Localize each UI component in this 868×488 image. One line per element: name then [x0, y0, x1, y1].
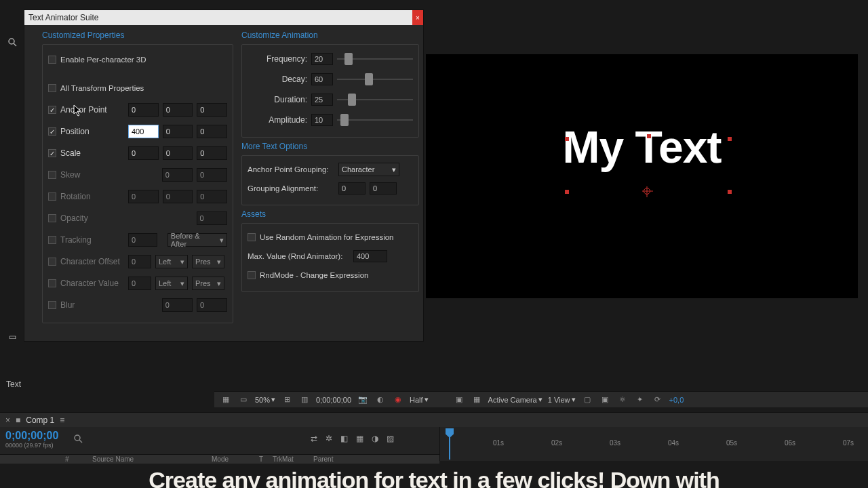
tl-icon-3[interactable]: ◧	[340, 434, 348, 443]
position-z-input[interactable]: 0	[197, 125, 227, 138]
skew-checkbox[interactable]	[48, 171, 56, 179]
blur-v2-input[interactable]: 0	[197, 298, 227, 312]
freq-value[interactable]: 20	[311, 53, 333, 65]
viewer-mask-icon[interactable]: ▭	[237, 394, 250, 405]
channel-icon[interactable]: ◐	[374, 394, 387, 405]
position-y-input[interactable]: 0	[163, 125, 193, 138]
anchor-x-input[interactable]: 0	[128, 103, 159, 117]
max-val-input[interactable]: 400	[353, 250, 387, 262]
char-value-dd2[interactable]: Pres	[192, 277, 224, 290]
col-t: T	[259, 455, 273, 463]
random-anim-checkbox[interactable]	[248, 233, 256, 241]
snapshot-icon[interactable]: 📷	[357, 394, 369, 405]
scale-x-input[interactable]: 0	[128, 146, 159, 160]
char-value-checkbox[interactable]	[48, 279, 56, 287]
rotation-y-input[interactable]: 0	[163, 190, 193, 203]
camera-dropdown[interactable]: Active Camera	[488, 395, 542, 404]
refresh-icon[interactable]: ⟳	[652, 394, 664, 405]
duration-slider[interactable]	[337, 94, 413, 106]
selection-handle[interactable]	[728, 190, 732, 194]
group-align-x[interactable]: 0	[338, 182, 366, 195]
opacity-input[interactable]: 0	[197, 211, 227, 225]
timeline-ruler-area[interactable]: 01s 02s 03s 04s 05s 06s 07s	[439, 427, 868, 461]
tracking-checkbox[interactable]	[48, 236, 56, 244]
tick-05s: 05s	[726, 439, 737, 447]
panel-title-bar[interactable]: Text Animator Suite ×	[24, 10, 423, 25]
freq-label: Frequency:	[248, 54, 307, 64]
anchor-point-icon[interactable]	[644, 188, 650, 195]
resolution-dropdown[interactable]: Half	[410, 395, 429, 404]
selection-handle[interactable]	[728, 137, 732, 141]
char-value-dd1[interactable]: Left	[155, 277, 188, 290]
decay-value[interactable]: 60	[311, 73, 333, 85]
duration-value[interactable]: 25	[311, 94, 333, 106]
freq-slider[interactable]	[337, 53, 413, 65]
tracking-input[interactable]: 0	[128, 233, 157, 247]
char-offset-input[interactable]: 0	[128, 255, 151, 268]
views-dropdown[interactable]: 1 View	[548, 395, 576, 404]
svg-line-3	[79, 440, 82, 443]
position-x-input[interactable]: 400	[128, 125, 159, 138]
anchor-checkbox[interactable]	[48, 106, 56, 114]
char-offset-dd2[interactable]: Pres	[192, 255, 224, 268]
preview-text[interactable]: My Text	[563, 121, 722, 173]
skew-v2-input[interactable]: 0	[197, 168, 227, 182]
char-value-input[interactable]: 0	[128, 277, 151, 290]
rotation-x-input[interactable]: 0	[128, 190, 159, 203]
anchor-grouping-dropdown[interactable]: Character	[338, 163, 399, 176]
blur-checkbox[interactable]	[48, 301, 56, 309]
tl-icon-6[interactable]: ▨	[387, 434, 394, 443]
opacity-checkbox[interactable]	[48, 214, 56, 222]
anchor-y-input[interactable]: 0	[163, 103, 193, 117]
composition-viewport[interactable]: My Text	[426, 54, 858, 298]
timeline-close-icon[interactable]: ×	[5, 415, 10, 425]
timeline-search-icon[interactable]	[73, 434, 84, 445]
timeline-tab[interactable]: Comp 1	[26, 415, 54, 425]
color-icon[interactable]: ◉	[392, 394, 404, 405]
decay-slider[interactable]	[337, 73, 413, 85]
group-align-y[interactable]: 0	[370, 182, 397, 195]
rndmode-checkbox[interactable]	[248, 271, 256, 279]
viewer-ico-b[interactable]: ▣	[599, 394, 611, 405]
anchor-grouping-label: Anchor Point Grouping:	[248, 165, 334, 174]
customize-anim-header: Customize Animation	[241, 30, 419, 40]
viewer-timecode[interactable]: 0;00;00;00	[316, 396, 351, 404]
amplitude-label: Amplitude:	[248, 115, 307, 125]
viewer-alpha-icon[interactable]: ▦	[220, 394, 232, 405]
viewer-guides-icon[interactable]: ▥	[298, 394, 311, 405]
rotation-z-input[interactable]: 0	[197, 190, 227, 203]
zoom-dropdown[interactable]: 50%	[255, 395, 275, 404]
panel-icon[interactable]: ▭	[9, 332, 16, 342]
char-offset-dd1[interactable]: Left	[155, 255, 188, 268]
close-button[interactable]: ×	[412, 10, 423, 25]
rotation-checkbox[interactable]	[48, 192, 56, 201]
selection-handle[interactable]	[647, 134, 651, 138]
scale-checkbox[interactable]	[48, 149, 56, 157]
tl-icon-5[interactable]: ◑	[372, 434, 378, 443]
selection-handle[interactable]	[565, 137, 569, 141]
char-offset-checkbox[interactable]	[48, 258, 56, 266]
viewer-ico-a[interactable]: ▢	[581, 394, 593, 405]
viewer-coord[interactable]: +0,0	[669, 396, 684, 404]
region-icon[interactable]: ▣	[453, 394, 465, 405]
selection-handle[interactable]	[565, 190, 569, 194]
tl-icon-4[interactable]: ▦	[356, 434, 363, 443]
anchor-z-input[interactable]: 0	[197, 103, 227, 117]
transparency-icon[interactable]: ▦	[471, 394, 483, 405]
tracking-dropdown[interactable]: Before & After	[167, 233, 227, 247]
tl-icon-1[interactable]: ⇄	[311, 434, 317, 443]
all-transform-checkbox[interactable]	[48, 84, 56, 92]
search-icon[interactable]	[5, 35, 19, 49]
scale-y-input[interactable]: 0	[163, 146, 193, 160]
viewer-ico-c[interactable]: ⚛	[616, 394, 629, 405]
viewer-grid-icon[interactable]: ⊞	[281, 394, 293, 405]
position-checkbox[interactable]	[48, 127, 56, 136]
skew-v1-input[interactable]: 0	[162, 168, 193, 182]
amplitude-value[interactable]: 10	[311, 114, 333, 126]
tl-icon-2[interactable]: ✲	[326, 434, 332, 443]
enable-3d-checkbox[interactable]	[48, 56, 56, 64]
viewer-ico-d[interactable]: ✦	[634, 394, 646, 405]
scale-z-input[interactable]: 0	[197, 146, 227, 160]
blur-v1-input[interactable]: 0	[162, 298, 193, 312]
amplitude-slider[interactable]	[337, 114, 413, 126]
